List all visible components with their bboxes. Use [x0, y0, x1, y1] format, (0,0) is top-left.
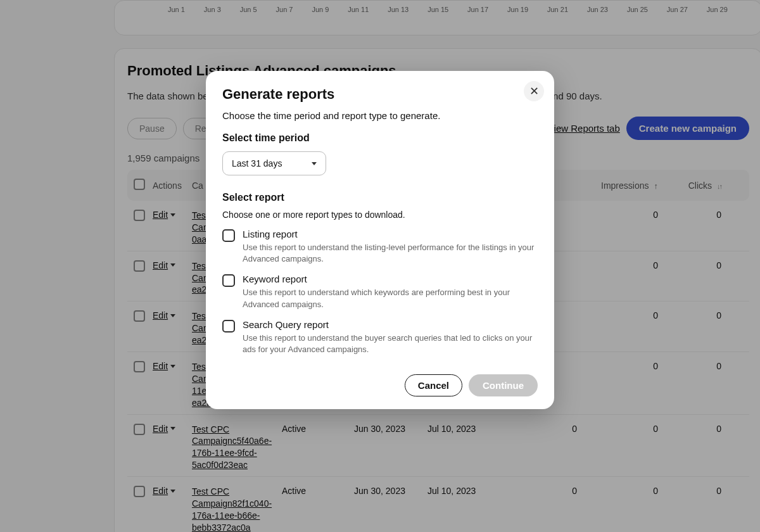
close-icon: ✕ — [529, 84, 539, 98]
time-period-select[interactable]: Last 31 days — [222, 151, 326, 175]
report-option-title: Search Query report — [243, 319, 538, 330]
select-report-label: Select report — [222, 192, 538, 203]
report-option: Search Query reportUse this report to un… — [222, 319, 538, 355]
cancel-button[interactable]: Cancel — [405, 374, 462, 396]
chevron-down-icon — [312, 162, 317, 165]
modal-lead: Choose the time period and report type t… — [222, 110, 538, 121]
select-report-helper: Choose one or more report types to downl… — [222, 210, 538, 220]
continue-button[interactable]: Continue — [469, 374, 538, 396]
time-period-value: Last 31 days — [232, 158, 282, 168]
report-option-title: Keyword report — [243, 274, 538, 284]
report-checkbox[interactable] — [222, 229, 235, 242]
generate-reports-modal: ✕ Generate reports Choose the time perio… — [206, 71, 554, 409]
report-option-title: Listing report — [243, 229, 538, 239]
report-option: Keyword reportUse this report to underst… — [222, 274, 538, 310]
time-period-label: Select time period — [222, 132, 538, 144]
report-checkbox[interactable] — [222, 320, 235, 332]
modal-title: Generate reports — [222, 86, 538, 103]
report-checkbox[interactable] — [222, 274, 235, 287]
report-option-desc: Use this report to understand the listin… — [243, 242, 538, 265]
close-button[interactable]: ✕ — [524, 81, 544, 101]
report-option-desc: Use this report to understand the buyer … — [243, 332, 538, 355]
report-option: Listing reportUse this report to underst… — [222, 229, 538, 265]
report-option-desc: Use this report to understand which keyw… — [243, 287, 538, 310]
